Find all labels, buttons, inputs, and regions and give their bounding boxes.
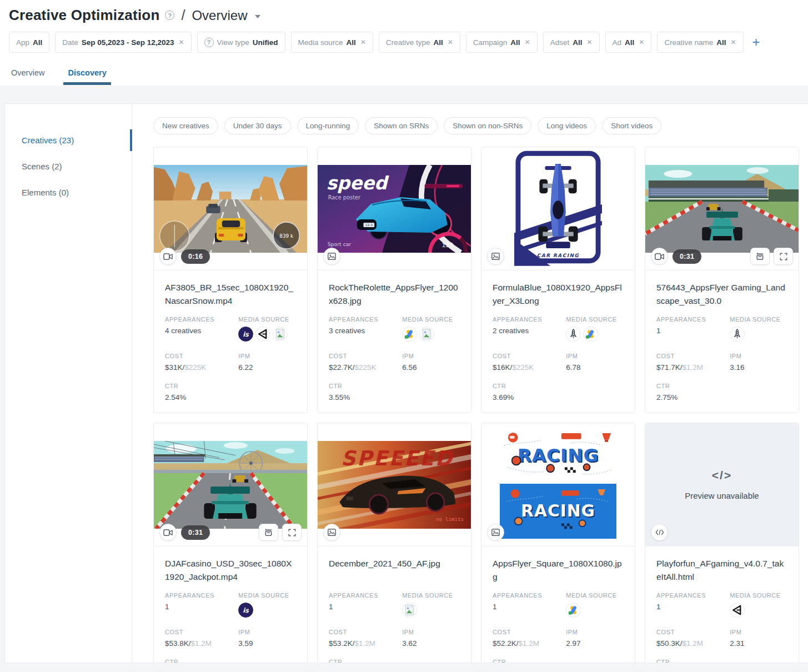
creative-stats: APPEARANCES 2 creatives MEDIA SOURCE COS…	[481, 309, 635, 413]
filter-chip-creative-type[interactable]: ? Creative type All ✕	[379, 32, 460, 53]
add-filter-button[interactable]: +	[752, 36, 760, 49]
view-selector[interactable]: Overview	[192, 8, 247, 23]
creative-card[interactable]: 0:31 DJAFcasino_USD_30sec_1080X1920_Jack…	[153, 423, 308, 663]
close-icon[interactable]: ✕	[586, 38, 592, 46]
quick-filter-short-videos[interactable]: Short videos	[602, 117, 661, 134]
creative-card[interactable]: 0:31 576443_AppsFlyer Gaming_Landscape_v…	[645, 147, 799, 413]
filter-label: Campaign	[473, 38, 508, 47]
window-button[interactable]	[750, 248, 770, 265]
image-icon	[491, 253, 500, 260]
unity-icon	[730, 603, 745, 618]
filter-chip-ad[interactable]: ? Ad All ✕	[605, 32, 652, 53]
appearances-value: 1	[656, 327, 730, 335]
ctr-value: 3.55%	[329, 393, 402, 402]
close-icon[interactable]: ✕	[730, 38, 736, 46]
svg-text:RACING: RACING	[518, 445, 599, 466]
appearances-value: 4 creatives	[165, 327, 238, 335]
quick-filter-long-running[interactable]: Long-running	[297, 117, 359, 134]
media-source-icons	[566, 603, 624, 618]
creative-preview: </> Preview unavailable	[645, 423, 799, 546]
quick-filter-under-30-days[interactable]: Under 30 days	[224, 117, 291, 134]
close-icon[interactable]: ✕	[360, 38, 366, 46]
media-source-label: MEDIA SOURCE	[402, 316, 460, 323]
help-icon: ?	[204, 38, 214, 47]
help-icon[interactable]: ?	[165, 11, 174, 20]
appearances-label: APPEARANCES	[656, 592, 730, 599]
filter-chip-creative-name[interactable]: ? Creative name All ✕	[657, 32, 743, 53]
window-button[interactable]	[259, 524, 278, 541]
filter-label: App	[16, 38, 29, 47]
image-file-icon	[419, 327, 434, 342]
appearances-label: APPEARANCES	[493, 592, 566, 599]
cost-cap: $225K	[512, 363, 534, 372]
creative-card[interactable]: CAR RACING FormulaBlue_1080X1920_AppsFly…	[481, 147, 635, 413]
media-source-icons	[402, 603, 460, 618]
quick-filter-new-creatives[interactable]: New creatives	[153, 117, 218, 134]
appearances-value: 1	[329, 603, 402, 611]
media-source-icons: is	[238, 603, 296, 618]
ctr-label: CTR	[165, 383, 238, 389]
quick-filter-shown-on-non-srns[interactable]: Shown on non-SRNs	[444, 117, 531, 134]
creative-card[interactable]: SPEEEED no limits December_2021_450_AF.j…	[317, 423, 471, 663]
quick-filter-long-videos[interactable]: Long videos	[538, 117, 596, 134]
racing-banners-preview: RACING RACING RACING RACING	[500, 426, 616, 543]
creative-card[interactable]: 839 k 0:16 AF3805_BR_15sec_1080X1920_Nas…	[153, 147, 308, 413]
creative-title: Playforfun_AFgaming_v4.0.7_takeItAll.htm…	[645, 546, 799, 585]
quick-filter-shown-on-srns[interactable]: Shown on SRNs	[365, 117, 438, 134]
creative-card[interactable]: RACING RACING RACING RACING AppsFlyer_Sq…	[481, 423, 635, 663]
fullscreen-button[interactable]	[282, 524, 302, 541]
close-icon[interactable]: ✕	[178, 38, 184, 46]
filter-chip-adset[interactable]: ? Adset All ✕	[543, 32, 600, 53]
filter-label: Creative type	[386, 38, 430, 47]
creative-title: FormulaBlue_1080X1920_AppsFlyer_X3Long	[481, 270, 635, 309]
filter-chip-media-source[interactable]: ? Media source All ✕	[291, 32, 373, 53]
creative-card[interactable]: </> Preview unavailable Playforfun_AFgam…	[645, 423, 799, 663]
cost-label: COST	[165, 629, 238, 635]
window-icon	[755, 252, 765, 261]
filter-label: Adset	[550, 38, 570, 47]
top-bar: Creative Optimization ? / Overview ? App…	[0, 0, 808, 86]
creative-title: RockTheRolette_AppsFlyer_1200x628.jpg	[318, 270, 471, 309]
media-type-icon	[651, 524, 668, 541]
creative-card[interactable]: speed Race poster 12-3 Sport car 133 Roc…	[317, 147, 471, 413]
appearances-value: 1	[656, 603, 730, 611]
tab-discovery[interactable]: Discovery	[67, 63, 107, 85]
ctr-value: 3.69%	[493, 393, 566, 402]
creative-stats: APPEARANCES 1 MEDIA SOURCE COST $50.3K/$…	[645, 585, 799, 663]
media-source-label: MEDIA SOURCE	[238, 316, 296, 323]
filter-bar: ? App All ✕ ? Date Sep 05,2023 - Sep 12,…	[9, 32, 799, 53]
sidebar-item-creatives-23[interactable]: Creatives (23)	[5, 127, 132, 153]
sidebar: Creatives (23) Scenes (2) Elements (0)	[5, 104, 132, 663]
media-source-label: MEDIA SOURCE	[566, 592, 624, 599]
cost-label: COST	[656, 353, 730, 359]
cost-cap: $1.2M	[355, 639, 376, 648]
svg-text:839 k: 839 k	[279, 233, 294, 239]
filter-value: All	[716, 38, 726, 47]
filter-chip-date[interactable]: ? Date Sep 05,2023 - Sep 12,2023 ✕	[55, 32, 191, 53]
teal-f1-car	[204, 483, 256, 519]
svg-text:RACING: RACING	[521, 501, 595, 520]
media-source-icons	[730, 603, 787, 618]
fullscreen-icon	[779, 252, 788, 261]
close-icon[interactable]: ✕	[639, 38, 644, 46]
tab-overview[interactable]: Overview	[10, 63, 46, 85]
ipm-value: 3.62	[402, 639, 460, 648]
image-file-icon	[273, 327, 288, 342]
filter-value: All	[433, 38, 443, 47]
sidebar-item-elements-0[interactable]: Elements (0)	[5, 179, 132, 205]
close-icon[interactable]: ✕	[525, 38, 530, 46]
filter-chip-campaign[interactable]: ? Campaign All ✕	[466, 32, 538, 53]
unity-icon	[255, 327, 270, 342]
filter-chip-app[interactable]: ? App All ✕	[9, 32, 49, 53]
google-ads-icon	[583, 327, 598, 342]
chevron-down-icon[interactable]	[255, 15, 260, 18]
ipm-label: IPM	[238, 353, 296, 359]
creative-stats: APPEARANCES 1 MEDIA SOURCE COST $53.2K/$…	[318, 585, 471, 663]
close-icon[interactable]: ✕	[448, 38, 453, 46]
sidebar-item-scenes-2[interactable]: Scenes (2)	[5, 153, 132, 179]
filter-chip-view-type[interactable]: ? View type Unified ✕	[197, 32, 285, 53]
duration-badge: 0:31	[673, 249, 701, 264]
svg-text:12-3: 12-3	[365, 223, 373, 227]
creative-stats: APPEARANCES 1 MEDIA SOURCE is COST $53.8…	[154, 585, 307, 663]
fullscreen-button[interactable]	[774, 248, 793, 265]
